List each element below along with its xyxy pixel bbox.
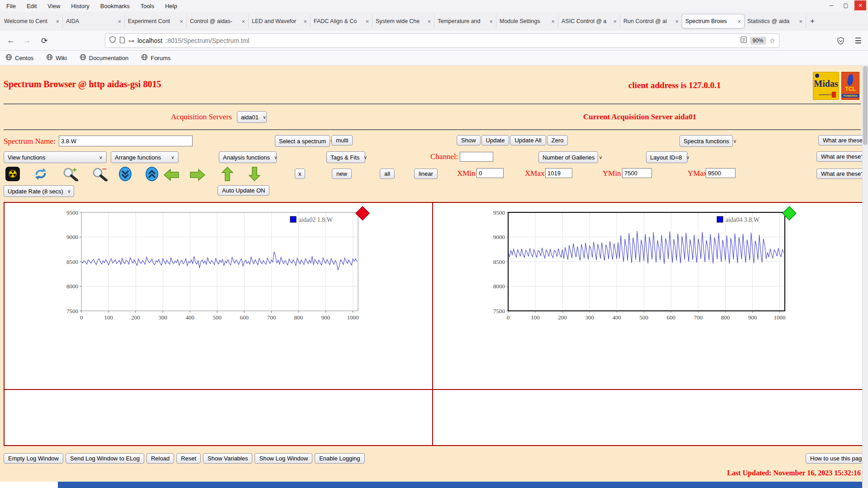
update-rate-dropdown[interactable]: Update Rate (8 secs) [4,185,74,197]
menu-tools[interactable]: Tools [141,3,154,9]
bookmark-wiki[interactable]: Wiki [46,54,67,62]
tab-system-checks[interactable]: System wide Che× [373,14,434,28]
galleries-dropdown[interactable]: Number of Galleries [538,151,598,163]
tab-led-waveform[interactable]: LED and Wavefor× [249,14,311,28]
tab-fadc-align[interactable]: FADC Align & Co× [311,14,373,28]
new-tab-button[interactable]: + [806,15,819,28]
tab-control[interactable]: Control @ aidas-× [187,14,249,28]
spectra-functions-dropdown[interactable]: Spectra functions [679,135,733,147]
url-bar[interactable]: ⊶ localhost:8015/Spectrum/Spectrum.tml 9… [105,33,779,48]
scale-down-icon[interactable] [118,167,132,183]
x-button[interactable]: x [295,169,305,179]
permissions-key-icon[interactable]: ⊶ [128,38,134,44]
shield-icon[interactable] [109,36,116,45]
reload-button[interactable]: Reload [146,453,174,464]
tab-asic-control[interactable]: ASIC Control @ a× [558,14,620,28]
menu-view[interactable]: View [47,3,60,9]
tab-close-icon[interactable]: × [736,18,741,25]
empty-log-button[interactable]: Empty Log Window [4,453,63,464]
channel-input[interactable] [460,152,493,162]
page-info-icon[interactable] [119,37,125,45]
reload-icon[interactable]: ⟳ [38,34,51,47]
midas-logo[interactable]: Midas powered by [813,72,839,100]
enable-logging-button[interactable]: Enable Logging [315,453,364,464]
refresh-icon[interactable] [33,167,48,183]
account-shield-icon[interactable] [834,34,847,47]
show-log-window-button[interactable]: Show Log Window [255,453,312,464]
tab-statistics[interactable]: Statistics @ aida× [744,14,806,28]
ymax-input[interactable] [706,168,736,178]
arrange-functions-dropdown[interactable]: Arrange functions [111,151,179,163]
show-button[interactable]: Show [457,135,481,145]
send-log-elog-button[interactable]: Send Log Window to ELog [66,453,144,464]
analysis-functions-dropdown[interactable]: Analysis functions [219,151,277,163]
xmin-input[interactable] [476,168,504,178]
reader-mode-icon[interactable] [741,36,747,45]
menu-file[interactable]: File [6,3,16,9]
all-button[interactable]: all [380,169,395,179]
previous-arrow-icon[interactable] [164,169,179,183]
bookmark-centos[interactable]: Centos [5,54,33,62]
bookmark-forums[interactable]: Forums [141,54,170,62]
tab-close-icon[interactable]: × [549,18,555,25]
auto-update-button[interactable]: Auto Update ON [217,185,269,196]
scrollbar-thumb[interactable] [863,66,868,145]
tags-fits-dropdown[interactable]: Tags & Fits [326,151,365,163]
next-arrow-icon[interactable] [190,169,205,183]
scale-up-icon[interactable] [145,167,159,183]
close-icon[interactable]: ✕ [854,0,866,10]
show-variables-button[interactable]: Show Variables [203,453,252,464]
tab-close-icon[interactable]: × [425,18,431,25]
zoom-in-icon[interactable]: + [62,167,81,183]
bookmark-star-icon[interactable]: ☆ [769,37,775,45]
multi-button[interactable]: multi [331,135,353,145]
tab-close-icon[interactable]: × [54,18,59,25]
select-spectrum-dropdown[interactable]: Select a spectrum [275,135,330,147]
menu-help[interactable]: Help [165,3,177,9]
tab-experiment-control[interactable]: Experiment Cont× [125,14,187,28]
maximize-icon[interactable]: ▢ [840,0,852,10]
new-button[interactable]: new [332,169,352,179]
view-functions-dropdown[interactable]: View functions [4,151,107,163]
tab-close-icon[interactable]: × [797,18,802,25]
tab-close-icon[interactable]: × [611,18,617,25]
reset-button[interactable]: Reset [176,453,201,464]
menu-history[interactable]: History [71,3,89,9]
acquisition-server-select[interactable]: aida01 [237,111,267,123]
tab-run-control[interactable]: Run Control @ ai× [620,14,682,28]
radioactive-icon[interactable]: ☢ [5,167,20,181]
what-are-these-button-3[interactable]: What are these? [816,169,868,179]
zoom-out-icon[interactable]: − [92,167,111,183]
linear-button[interactable]: linear [414,169,438,179]
down-arrow-icon[interactable] [249,167,260,183]
how-to-use-button[interactable]: How to use this page [806,453,868,464]
spectrum-name-input[interactable] [59,136,193,146]
hamburger-menu-icon[interactable]: ☰ [852,34,864,47]
tab-spectrum-browser[interactable]: Spectrum Brows× [682,14,744,28]
tcl-powered-logo[interactable]: TCL POWERED [841,72,859,100]
tab-temperature[interactable]: Temperature and× [434,14,496,28]
what-are-these-button-2[interactable]: What are these? [816,151,868,162]
tab-close-icon[interactable]: × [673,18,679,25]
ymin-input[interactable] [622,168,652,178]
xmax-input[interactable] [545,168,572,178]
forward-icon[interactable]: → [21,34,33,47]
tab-close-icon[interactable]: × [363,18,369,25]
tab-close-icon[interactable]: × [178,18,183,25]
spectrum-chart-left[interactable]: 0100200300400500600700800900100075008000… [61,206,377,326]
tab-close-icon[interactable]: × [487,18,493,25]
spectrum-chart-right[interactable]: 0100200300400500600700800900100075008000… [487,206,804,326]
zoom-level-badge[interactable]: 90% [750,37,766,45]
menu-bookmarks[interactable]: Bookmarks [100,3,130,9]
tab-aida[interactable]: AIDA× [63,14,125,28]
update-all-button[interactable]: Update All [510,135,546,145]
up-arrow-icon[interactable] [222,167,233,183]
tab-close-icon[interactable]: × [240,18,245,25]
back-icon[interactable]: ← [5,34,17,47]
update-button[interactable]: Update [481,135,509,145]
tab-close-icon[interactable]: × [302,18,307,25]
layout-id-dropdown[interactable]: Layout ID=8 [646,151,688,163]
what-are-these-button-1[interactable]: What are these? [818,135,868,145]
tab-close-icon[interactable]: × [116,18,121,25]
zero-button[interactable]: Zero [547,135,568,145]
